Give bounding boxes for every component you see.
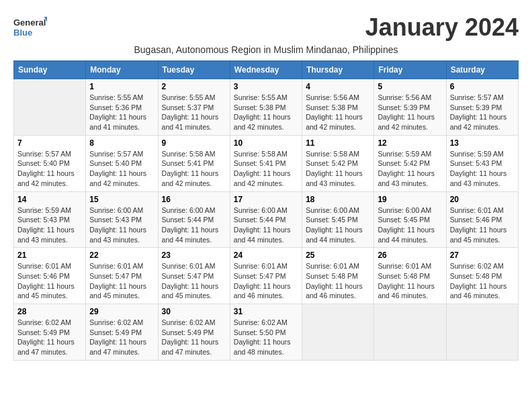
calendar-cell: 10Sunrise: 5:58 AMSunset: 5:41 PMDayligh… (230, 135, 302, 191)
day-info: Sunrise: 5:59 AMSunset: 5:42 PMDaylight:… (378, 149, 442, 189)
calendar-cell: 29Sunrise: 6:02 AMSunset: 5:49 PMDayligh… (86, 304, 158, 361)
calendar-table: SundayMondayTuesdayWednesdayThursdayFrid… (13, 60, 519, 361)
page-header: General Blue January 2024 (13, 13, 519, 42)
day-info: Sunrise: 6:01 AMSunset: 5:48 PMDaylight:… (378, 261, 442, 301)
day-number: 27 (450, 250, 515, 260)
day-number: 29 (89, 307, 154, 316)
day-number: 31 (234, 307, 298, 316)
calendar-cell: 1Sunrise: 5:55 AMSunset: 5:36 PMDaylight… (86, 79, 158, 136)
day-info: Sunrise: 5:58 AMSunset: 5:41 PMDaylight:… (162, 149, 226, 189)
month-title: January 2024 (365, 13, 519, 42)
day-info: Sunrise: 6:02 AMSunset: 5:49 PMDaylight:… (89, 318, 154, 357)
day-header-saturday: Saturday (446, 61, 518, 79)
calendar-cell: 7Sunrise: 5:57 AMSunset: 5:40 PMDaylight… (14, 135, 86, 191)
calendar-cell (446, 304, 518, 361)
day-number: 24 (234, 250, 298, 260)
calendar-cell: 22Sunrise: 6:01 AMSunset: 5:47 PMDayligh… (86, 248, 158, 304)
day-header-monday: Monday (86, 61, 158, 79)
calendar-cell (14, 79, 86, 136)
calendar-week-row: 14Sunrise: 5:59 AMSunset: 5:43 PMDayligh… (14, 191, 519, 248)
day-number: 7 (17, 138, 82, 148)
calendar-cell: 20Sunrise: 6:01 AMSunset: 5:46 PMDayligh… (446, 191, 518, 248)
day-info: Sunrise: 6:01 AMSunset: 5:46 PMDaylight:… (17, 261, 82, 301)
day-header-sunday: Sunday (14, 61, 86, 79)
day-info: Sunrise: 6:01 AMSunset: 5:47 PMDaylight:… (89, 261, 154, 301)
calendar-cell: 17Sunrise: 6:00 AMSunset: 5:44 PMDayligh… (230, 191, 302, 248)
calendar-cell: 24Sunrise: 6:01 AMSunset: 5:47 PMDayligh… (230, 248, 302, 304)
day-info: Sunrise: 6:01 AMSunset: 5:48 PMDaylight:… (306, 261, 370, 301)
day-number: 22 (89, 250, 154, 260)
day-info: Sunrise: 5:58 AMSunset: 5:42 PMDaylight:… (306, 149, 370, 189)
calendar-week-row: 1Sunrise: 5:55 AMSunset: 5:36 PMDaylight… (14, 79, 519, 136)
day-info: Sunrise: 5:57 AMSunset: 5:39 PMDaylight:… (450, 93, 515, 132)
day-number: 19 (378, 195, 442, 204)
day-info: Sunrise: 6:00 AMSunset: 5:45 PMDaylight:… (378, 205, 442, 245)
day-number: 6 (450, 82, 515, 91)
day-info: Sunrise: 6:00 AMSunset: 5:43 PMDaylight:… (89, 205, 154, 245)
day-info: Sunrise: 6:01 AMSunset: 5:47 PMDaylight:… (234, 261, 298, 301)
logo: General Blue (13, 13, 47, 40)
day-info: Sunrise: 5:57 AMSunset: 5:40 PMDaylight:… (17, 149, 82, 189)
calendar-cell: 11Sunrise: 5:58 AMSunset: 5:42 PMDayligh… (302, 135, 374, 191)
calendar-cell: 13Sunrise: 5:59 AMSunset: 5:43 PMDayligh… (446, 135, 518, 191)
calendar-cell: 27Sunrise: 6:02 AMSunset: 5:48 PMDayligh… (446, 248, 518, 304)
calendar-header-row: SundayMondayTuesdayWednesdayThursdayFrid… (14, 61, 519, 79)
calendar-subtitle: Bugasan, Autonomous Region in Muslim Min… (13, 44, 519, 55)
day-number: 11 (306, 138, 370, 148)
day-number: 14 (17, 195, 82, 204)
day-info: Sunrise: 5:55 AMSunset: 5:38 PMDaylight:… (234, 93, 298, 132)
day-info: Sunrise: 5:55 AMSunset: 5:36 PMDaylight:… (89, 93, 154, 132)
day-info: Sunrise: 6:00 AMSunset: 5:44 PMDaylight:… (162, 205, 226, 245)
day-header-tuesday: Tuesday (158, 61, 230, 79)
day-number: 28 (17, 307, 82, 316)
day-number: 9 (162, 138, 226, 148)
calendar-cell: 15Sunrise: 6:00 AMSunset: 5:43 PMDayligh… (86, 191, 158, 248)
calendar-week-row: 7Sunrise: 5:57 AMSunset: 5:40 PMDaylight… (14, 135, 519, 191)
day-header-friday: Friday (374, 61, 446, 79)
calendar-cell: 8Sunrise: 5:57 AMSunset: 5:40 PMDaylight… (86, 135, 158, 191)
day-number: 8 (89, 138, 154, 148)
calendar-week-row: 28Sunrise: 6:02 AMSunset: 5:49 PMDayligh… (14, 304, 519, 361)
calendar-cell (374, 304, 446, 361)
day-info: Sunrise: 6:01 AMSunset: 5:46 PMDaylight:… (450, 205, 515, 245)
calendar-cell: 28Sunrise: 6:02 AMSunset: 5:49 PMDayligh… (14, 304, 86, 361)
day-info: Sunrise: 5:55 AMSunset: 5:37 PMDaylight:… (162, 93, 226, 132)
calendar-cell: 6Sunrise: 5:57 AMSunset: 5:39 PMDaylight… (446, 79, 518, 136)
day-number: 17 (234, 195, 298, 204)
calendar-cell: 3Sunrise: 5:55 AMSunset: 5:38 PMDaylight… (230, 79, 302, 136)
day-number: 21 (17, 250, 82, 260)
day-number: 20 (450, 195, 515, 204)
day-number: 4 (306, 82, 370, 91)
day-info: Sunrise: 6:01 AMSunset: 5:47 PMDaylight:… (162, 261, 226, 301)
day-number: 25 (306, 250, 370, 260)
calendar-cell (302, 304, 374, 361)
day-number: 1 (89, 82, 154, 91)
day-header-thursday: Thursday (302, 61, 374, 79)
calendar-cell: 18Sunrise: 6:00 AMSunset: 5:45 PMDayligh… (302, 191, 374, 248)
day-number: 13 (450, 138, 515, 148)
calendar-cell: 9Sunrise: 5:58 AMSunset: 5:41 PMDaylight… (158, 135, 230, 191)
day-number: 5 (378, 82, 442, 91)
day-info: Sunrise: 5:56 AMSunset: 5:39 PMDaylight:… (378, 93, 442, 132)
svg-text:Blue: Blue (13, 28, 32, 38)
calendar-cell: 14Sunrise: 5:59 AMSunset: 5:43 PMDayligh… (14, 191, 86, 248)
day-info: Sunrise: 6:00 AMSunset: 5:45 PMDaylight:… (306, 205, 370, 245)
day-info: Sunrise: 5:59 AMSunset: 5:43 PMDaylight:… (17, 205, 82, 245)
calendar-cell: 26Sunrise: 6:01 AMSunset: 5:48 PMDayligh… (374, 248, 446, 304)
day-info: Sunrise: 5:57 AMSunset: 5:40 PMDaylight:… (89, 149, 154, 189)
logo-svg: General Blue (13, 13, 47, 40)
calendar-cell: 31Sunrise: 6:02 AMSunset: 5:50 PMDayligh… (230, 304, 302, 361)
day-number: 10 (234, 138, 298, 148)
calendar-cell: 12Sunrise: 5:59 AMSunset: 5:42 PMDayligh… (374, 135, 446, 191)
calendar-cell: 23Sunrise: 6:01 AMSunset: 5:47 PMDayligh… (158, 248, 230, 304)
day-info: Sunrise: 5:59 AMSunset: 5:43 PMDaylight:… (450, 149, 515, 189)
day-number: 30 (162, 307, 226, 316)
day-number: 12 (378, 138, 442, 148)
day-info: Sunrise: 6:00 AMSunset: 5:44 PMDaylight:… (234, 205, 298, 245)
day-info: Sunrise: 6:02 AMSunset: 5:49 PMDaylight:… (162, 318, 226, 357)
day-header-wednesday: Wednesday (230, 61, 302, 79)
day-info: Sunrise: 6:02 AMSunset: 5:50 PMDaylight:… (234, 318, 298, 357)
day-number: 15 (89, 195, 154, 204)
calendar-cell: 21Sunrise: 6:01 AMSunset: 5:46 PMDayligh… (14, 248, 86, 304)
calendar-cell: 30Sunrise: 6:02 AMSunset: 5:49 PMDayligh… (158, 304, 230, 361)
